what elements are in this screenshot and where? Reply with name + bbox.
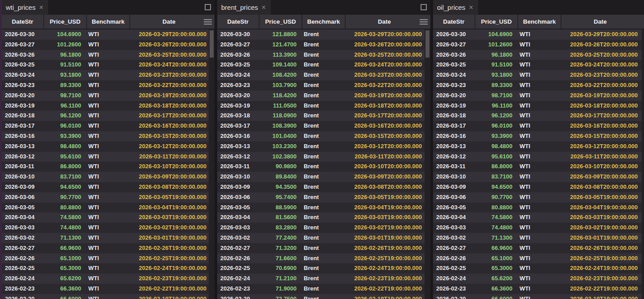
table-row[interactable]: 2026-03-19111.0500Brent2026-03-18T20:00:… (217, 101, 430, 111)
cell-date[interactable]: 2026-03-29T20:00:00.000 (345, 29, 423, 40)
cell-benchmark[interactable]: WTI (86, 131, 129, 141)
table-row[interactable]: 2026-02-2671.6600Brent2026-02-25T19:00:0… (217, 253, 430, 264)
cell-date[interactable]: 2026-03-23T20:00:00.000 (561, 70, 639, 80)
cell-benchmark[interactable]: Brent (301, 182, 345, 192)
table-row[interactable]: 2026-03-2591.5100WTI2026-03-24T20:00:00.… (2, 60, 215, 70)
cell-datestr[interactable]: 2026-03-26 (2, 50, 43, 60)
cell-price[interactable]: 93.1800 (43, 70, 86, 80)
cell-datestr[interactable]: 2026-03-02 (217, 233, 259, 243)
cell-benchmark[interactable]: Brent (301, 60, 345, 70)
cell-datestr[interactable]: 2026-03-16 (217, 131, 259, 141)
table-row[interactable]: 2026-02-2565.3000WTI2026-02-24T19:00:00.… (433, 263, 644, 274)
cell-datestr[interactable]: 2026-02-25 (217, 263, 259, 274)
table-row[interactable]: 2026-03-0271.1300WTI2026-03-01T19:00:00.… (433, 233, 644, 243)
table-row[interactable]: 2026-03-27101.2600WTI2026-03-26T20:00:00… (2, 40, 215, 50)
table-row[interactable]: 2026-03-27121.4700Brent2026-03-26T20:00:… (217, 40, 430, 50)
cell-date[interactable]: 2026-02-22T19:00:00.000 (561, 284, 639, 294)
cell-benchmark[interactable]: WTI (517, 101, 561, 111)
cell-benchmark[interactable]: Brent (301, 121, 345, 131)
cell-datestr[interactable]: 2026-03-02 (433, 233, 475, 243)
table-row[interactable]: 2026-03-0690.7700WTI2026-03-05T19:00:00.… (433, 192, 644, 203)
cell-benchmark[interactable]: WTI (86, 80, 129, 91)
cell-benchmark[interactable]: Brent (301, 152, 345, 162)
table-row[interactable]: 2026-03-30104.6900WTI2026-03-29T20:00:00… (2, 29, 215, 40)
table-row[interactable]: 2026-03-1996.1100WTI2026-03-18T20:00:00.… (433, 101, 644, 111)
table-row[interactable]: 2026-03-1693.3900WTI2026-03-15T20:00:00.… (2, 131, 215, 141)
cell-price[interactable]: 96.1100 (475, 101, 517, 111)
cell-date[interactable]: 2026-03-26T20:00:00.000 (129, 40, 208, 50)
cell-date[interactable]: 2026-03-22T20:00:00.000 (129, 80, 208, 91)
cell-date[interactable]: 2026-03-15T20:00:00.000 (561, 131, 639, 141)
cell-price[interactable]: 94.3500 (259, 182, 301, 192)
cell-date[interactable]: 2026-03-03T19:00:00.000 (345, 212, 423, 223)
cell-date[interactable]: 2026-03-11T20:00:00.000 (129, 152, 208, 162)
cell-price[interactable]: 118.0900 (259, 111, 301, 121)
cell-date[interactable]: 2026-02-19T19:00:00.000 (561, 294, 639, 299)
cell-datestr[interactable]: 2026-02-26 (217, 253, 259, 264)
cell-datestr[interactable]: 2026-03-12 (2, 152, 43, 162)
cell-benchmark[interactable]: WTI (86, 121, 129, 131)
cell-datestr[interactable]: 2026-03-09 (2, 182, 43, 192)
cell-datestr[interactable]: 2026-03-10 (2, 172, 43, 182)
cell-datestr[interactable]: 2026-03-20 (217, 91, 259, 101)
column-header-price-usd[interactable]: Price_USD (259, 15, 301, 29)
cell-date[interactable]: 2026-03-05T19:00:00.000 (345, 192, 423, 203)
cell-price[interactable]: 90.7700 (43, 192, 86, 203)
cell-datestr[interactable]: 2026-03-09 (217, 182, 259, 192)
cell-price[interactable]: 71.3200 (259, 243, 301, 253)
cell-benchmark[interactable]: WTI (86, 152, 129, 162)
cell-datestr[interactable]: 2026-02-20 (433, 294, 475, 299)
cell-benchmark[interactable]: Brent (301, 192, 345, 203)
cell-datestr[interactable]: 2026-03-04 (433, 212, 475, 223)
cell-price[interactable]: 96.0100 (43, 121, 86, 131)
cell-datestr[interactable]: 2026-03-19 (433, 101, 475, 111)
cell-benchmark[interactable]: WTI (86, 40, 129, 50)
cell-price[interactable]: 70.6900 (259, 263, 301, 274)
cell-price[interactable]: 94.6500 (43, 182, 86, 192)
cell-price[interactable]: 121.8800 (259, 29, 301, 40)
table-row[interactable]: 2026-03-0481.5600Brent2026-03-03T19:00:0… (217, 212, 430, 223)
cell-price[interactable]: 98.4800 (43, 141, 86, 152)
cell-price[interactable]: 71.1300 (475, 233, 517, 243)
close-icon[interactable]: × (39, 4, 43, 11)
cell-date[interactable]: 2026-03-08T20:00:00.000 (345, 182, 423, 192)
cell-price[interactable]: 71.6600 (259, 253, 301, 264)
cell-date[interactable]: 2026-03-17T20:00:00.000 (345, 111, 423, 121)
cell-price[interactable]: 65.6200 (43, 274, 86, 284)
cell-price[interactable]: 66.3600 (43, 284, 86, 294)
cell-datestr[interactable]: 2026-03-06 (217, 192, 259, 203)
cell-price[interactable]: 71.2100 (259, 274, 301, 284)
cell-datestr[interactable]: 2026-03-05 (433, 203, 475, 213)
scrollbar[interactable] (425, 29, 430, 299)
table-row[interactable]: 2026-03-1796.0100WTI2026-03-16T20:00:00.… (433, 121, 644, 131)
cell-benchmark[interactable]: WTI (86, 91, 129, 101)
cell-date[interactable]: 2026-02-24T19:00:00.000 (561, 263, 639, 274)
cell-date[interactable]: 2026-03-02T19:00:00.000 (345, 223, 423, 233)
table-row[interactable]: 2026-03-24108.4200Brent2026-03-23T20:00:… (217, 70, 430, 80)
cell-datestr[interactable]: 2026-03-02 (2, 233, 43, 243)
cell-price[interactable]: 103.7900 (259, 80, 301, 91)
cell-benchmark[interactable]: WTI (517, 182, 561, 192)
cell-benchmark[interactable]: Brent (301, 29, 345, 40)
cell-benchmark[interactable]: WTI (86, 192, 129, 203)
table-row[interactable]: 2026-03-2591.5100WTI2026-03-24T20:00:00.… (433, 60, 644, 70)
cell-benchmark[interactable]: WTI (86, 233, 129, 243)
table-row[interactable]: 2026-03-0474.5800WTI2026-03-03T19:00:00.… (433, 212, 644, 223)
table-row[interactable]: 2026-02-2465.6200WTI2026-02-23T19:00:00.… (2, 274, 215, 284)
cell-price[interactable]: 96.1100 (43, 101, 86, 111)
column-header-date[interactable]: Date (561, 15, 639, 29)
table-row[interactable]: 2026-03-0374.4800WTI2026-03-02T19:00:00.… (2, 223, 215, 233)
table-row[interactable]: 2026-03-0994.3500Brent2026-03-08T20:00:0… (217, 182, 430, 192)
cell-price[interactable]: 74.4800 (43, 223, 86, 233)
cell-benchmark[interactable]: WTI (517, 294, 561, 299)
cell-benchmark[interactable]: Brent (301, 284, 345, 294)
cell-price[interactable]: 95.6100 (475, 152, 517, 162)
table-row[interactable]: 2026-02-2371.9000Brent2026-02-22T19:00:0… (217, 284, 430, 294)
cell-datestr[interactable]: 2026-03-05 (2, 203, 43, 213)
cell-benchmark[interactable]: WTI (86, 294, 129, 299)
cell-benchmark[interactable]: WTI (517, 162, 561, 172)
table-row[interactable]: 2026-03-2389.3300WTI2026-03-22T20:00:00.… (433, 80, 644, 91)
cell-benchmark[interactable]: WTI (517, 60, 561, 70)
cell-price[interactable]: 89.8400 (259, 172, 301, 182)
cell-datestr[interactable]: 2026-02-25 (2, 263, 43, 274)
